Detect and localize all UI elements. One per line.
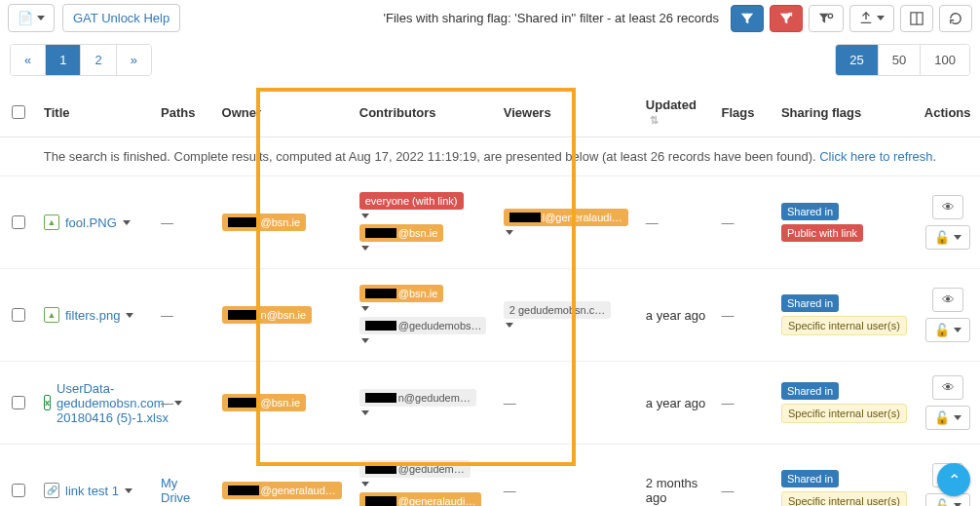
page-size-25[interactable]: 25 — [836, 45, 878, 75]
flags-empty: — — [721, 308, 734, 323]
file-title-link[interactable]: link test 1 — [65, 484, 119, 498]
row-menu-caret[interactable] — [123, 220, 131, 225]
export-dropdown-button[interactable] — [849, 5, 894, 32]
contributor-chip[interactable]: @bsn.ie — [359, 285, 444, 302]
col-viewers[interactable]: Viewers — [496, 88, 638, 137]
advanced-filter-button[interactable] — [809, 5, 844, 32]
col-updated-label: Updated — [646, 97, 697, 112]
view-action-button[interactable]: 👁 — [932, 375, 963, 400]
viewer-chip[interactable]: 2 gedudemobsn.c… — [504, 301, 611, 319]
paths-empty: — — [161, 396, 173, 410]
help-link[interactable]: GAT Unlock Help — [62, 4, 180, 32]
columns-button[interactable] — [900, 5, 933, 32]
lock-open-icon: 🔓 — [934, 410, 950, 425]
contributor-chip[interactable]: n@gedudem… — [359, 389, 476, 407]
chip-menu-caret[interactable] — [361, 410, 369, 415]
chevron-up-icon: ⌃ — [948, 471, 961, 489]
badge-public-link: Public with link — [781, 224, 863, 242]
owner-chip[interactable]: n@bsn.ie — [222, 306, 313, 324]
refresh-button[interactable] — [939, 5, 972, 32]
file-dropdown-button[interactable]: 📄 — [8, 4, 55, 32]
sort-icon: ⇅ — [650, 114, 659, 126]
updated-value: 2 months ago — [638, 445, 714, 507]
export-icon — [859, 12, 873, 25]
chip-menu-caret[interactable] — [361, 246, 369, 251]
owner-chip[interactable]: @bsn.ie — [222, 394, 307, 411]
row-checkbox[interactable] — [12, 215, 25, 229]
filter-summary: 'Files with sharing flag: 'Shared in'' f… — [384, 11, 719, 25]
filter-button[interactable] — [731, 5, 764, 32]
file-title-link[interactable]: fool.PNG — [65, 215, 117, 230]
owner-chip[interactable]: @generalaud… — [222, 482, 342, 499]
chevron-down-icon — [37, 16, 45, 20]
svg-point-0 — [828, 14, 832, 18]
funnel-x-icon — [779, 12, 793, 25]
badge-specific-users: Specific internal user(s) — [781, 404, 907, 423]
clear-filter-button[interactable] — [770, 5, 803, 32]
chip-menu-caret[interactable] — [506, 230, 513, 235]
updated-value: a year ago — [638, 269, 714, 362]
chip-menu-caret[interactable] — [506, 323, 513, 328]
row-checkbox[interactable] — [12, 396, 25, 409]
permissions-action-button[interactable]: 🔓 — [925, 225, 970, 250]
select-all-checkbox[interactable] — [12, 105, 25, 119]
pagination: « 1 2 » — [10, 44, 152, 76]
chip-menu-caret[interactable] — [361, 214, 369, 218]
permissions-action-button[interactable]: 🔓 — [925, 406, 970, 430]
view-action-button[interactable]: 👁 — [932, 288, 963, 312]
badge-shared-in: Shared in — [781, 203, 839, 220]
viewers-empty: — — [504, 484, 516, 498]
row-menu-caret[interactable] — [174, 401, 182, 406]
row-menu-caret[interactable] — [126, 313, 133, 318]
col-contributors[interactable]: Contributors — [352, 88, 496, 137]
file-icon: 📄 — [18, 11, 33, 25]
row-menu-caret[interactable] — [125, 488, 132, 493]
contributor-chip[interactable]: @generalaudi… — [359, 492, 482, 506]
columns-icon — [910, 12, 923, 25]
permissions-action-button[interactable]: 🔓 — [925, 318, 970, 342]
info-banner-row: The search is finished. Complete results… — [0, 137, 980, 176]
viewer-chip[interactable]: l@generalaudi… — [504, 209, 628, 226]
chip-menu-caret[interactable] — [361, 482, 369, 487]
chevron-down-icon — [877, 16, 885, 20]
owner-chip[interactable]: @bsn.ie — [222, 214, 307, 231]
path-link[interactable]: My Drive — [161, 476, 190, 505]
image-file-icon: ▲ — [44, 214, 59, 230]
chip-menu-caret[interactable] — [361, 338, 369, 343]
view-action-button[interactable]: 👁 — [932, 195, 963, 219]
page-size-100[interactable]: 100 — [921, 45, 969, 75]
col-paths[interactable]: Paths — [153, 88, 214, 137]
refresh-link[interactable]: Click here to refresh — [819, 149, 932, 164]
contributor-chip[interactable]: @gedudem… — [359, 460, 471, 478]
page-size-selector: 25 50 100 — [835, 44, 970, 76]
chip-menu-caret[interactable] — [361, 306, 369, 311]
badge-shared-in: Shared in — [781, 470, 839, 487]
col-title[interactable]: Title — [36, 88, 153, 137]
table-row: xUserData-gedudemobsn.com-20180416 (5)-1… — [0, 362, 980, 445]
row-checkbox[interactable] — [12, 484, 25, 497]
page-1[interactable]: 1 — [46, 45, 81, 75]
page-next[interactable]: » — [117, 45, 151, 75]
badge-specific-users: Specific internal user(s) — [781, 316, 907, 335]
scroll-top-fab[interactable]: ⌃ — [937, 463, 970, 496]
page-size-50[interactable]: 50 — [879, 45, 921, 75]
col-flags[interactable]: Flags — [713, 88, 773, 137]
file-title-link[interactable]: UserData-gedudemobsn.com-20180416 (5)-1.… — [57, 381, 169, 425]
contributor-chip[interactable]: everyone (with link) — [359, 192, 464, 210]
funnel-icon — [740, 12, 754, 25]
row-checkbox[interactable] — [12, 308, 25, 322]
updated-empty: — — [646, 215, 659, 230]
col-actions: Actions — [917, 88, 980, 137]
updated-value: a year ago — [638, 362, 714, 445]
col-sharing-flags[interactable]: Sharing flags — [773, 88, 917, 137]
contributor-chip[interactable]: @gedudemobs… — [359, 317, 486, 334]
page-2[interactable]: 2 — [81, 45, 116, 75]
col-owner[interactable]: Owner — [214, 88, 352, 137]
col-updated[interactable]: Updated ⇅ — [638, 88, 714, 137]
page-prev[interactable]: « — [11, 45, 46, 75]
file-title-link[interactable]: filters.png — [65, 308, 120, 323]
contributor-chip[interactable]: @bsn.ie — [359, 224, 444, 242]
link-file-icon: 🔗 — [44, 483, 59, 498]
badge-shared-in: Shared in — [781, 382, 839, 400]
flags-empty: — — [721, 396, 734, 410]
